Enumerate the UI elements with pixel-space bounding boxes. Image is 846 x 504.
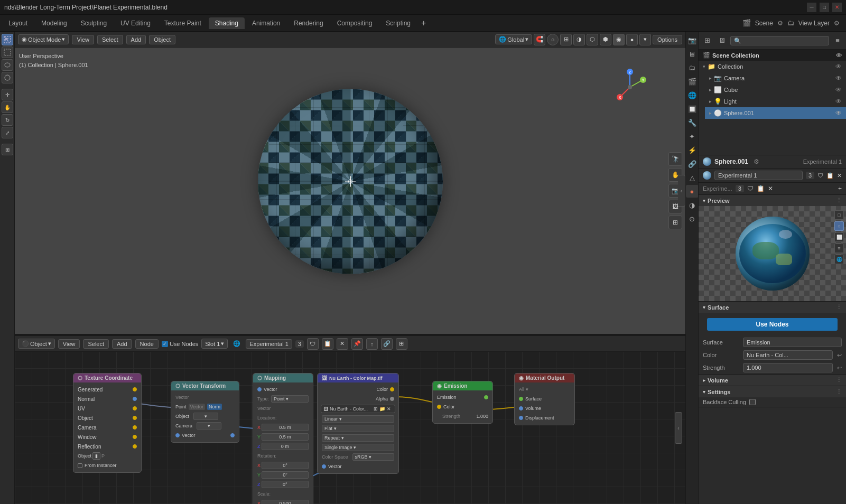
light-eye[interactable]: 👁: [835, 98, 842, 105]
prop-scene-icon[interactable]: 🎬: [686, 75, 699, 88]
image-texture-node[interactable]: 🖼 Nu Earth - Color Map.tif Color Alpha: [317, 373, 399, 474]
outliner-cube[interactable]: ▸ ⬜ Cube 👁: [705, 84, 846, 96]
object-menu[interactable]: Object: [149, 35, 175, 44]
use-nodes-button[interactable]: Use Nodes: [707, 318, 838, 331]
color-value[interactable]: Nu Earth - Col...: [743, 350, 833, 360]
toolbar-cursor[interactable]: ✛: [2, 89, 13, 100]
object-mode-dropdown[interactable]: ◉ Object Mode ▾: [18, 34, 69, 44]
it-img-btn3[interactable]: ✕: [387, 406, 391, 412]
toolbar-scale[interactable]: ⤢: [2, 127, 13, 138]
mapping-node[interactable]: ⬡ Mapping Vector Type: Point ▾: [253, 373, 313, 504]
toolbar-transform[interactable]: ⊞: [2, 144, 13, 155]
material-copy-icon[interactable]: 📋: [826, 172, 834, 179]
panel-display-icon[interactable]: 🖥: [715, 34, 728, 47]
texture-coordinate-node[interactable]: ⬡ Texture Coordinate Generated Normal: [73, 373, 142, 473]
viewport-gizmo[interactable]: Z Y X: [611, 69, 654, 111]
prop-view-layer-icon[interactable]: 🗂: [686, 61, 699, 74]
node-pin-icon[interactable]: 📌: [351, 338, 363, 350]
toolbar-move[interactable]: ✋: [2, 101, 13, 113]
node-up-icon[interactable]: ↑: [366, 338, 378, 350]
collection-eye[interactable]: 👁: [835, 63, 842, 70]
material-unlink-icon[interactable]: ✕: [837, 172, 842, 179]
node-view-menu[interactable]: View: [58, 339, 80, 349]
tab-shading[interactable]: Shading: [209, 17, 245, 29]
strength-reset-icon[interactable]: ↩: [837, 365, 842, 371]
tab-animation[interactable]: Animation: [246, 17, 286, 29]
toolbar-select-box[interactable]: [2, 34, 13, 45]
outliner-collection[interactable]: ▾ 📁 Collection 👁: [699, 61, 846, 72]
shading-render[interactable]: ●: [626, 34, 638, 45]
volume-header[interactable]: ▸ Volume ⋮: [699, 375, 846, 386]
mat-del[interactable]: ✕: [768, 185, 773, 192]
node-add-menu[interactable]: Add: [112, 339, 132, 349]
material-name-dropdown[interactable]: Experimental 1: [714, 171, 803, 180]
toolbar-lasso[interactable]: [2, 59, 13, 71]
node-link-icon[interactable]: 🔗: [381, 338, 393, 350]
add-workspace-button[interactable]: +: [418, 18, 429, 28]
viewport-canvas[interactable]: User Perspective (1) Collection | Sphere…: [15, 48, 685, 334]
overlay-btn[interactable]: ◑: [573, 34, 585, 45]
cube-eye[interactable]: 👁: [835, 86, 842, 94]
vector-transform-node[interactable]: ⬡ Vector Transform Vector Point Vector N…: [171, 381, 239, 443]
preview-sphere-btn[interactable]: ○: [834, 221, 844, 231]
prop-object-data-icon[interactable]: ⊙: [686, 212, 699, 225]
view-menu[interactable]: View: [72, 35, 94, 44]
slot-dropdown[interactable]: Slot 1 ▾: [201, 339, 228, 349]
node-canvas[interactable]: ⬡ Texture Coordinate Generated Normal: [15, 352, 685, 504]
use-nodes-checkbox[interactable]: ✓ Use Nodes: [162, 341, 198, 347]
vp-tool-grid[interactable]: ⊞: [668, 216, 682, 229]
prop-world-icon[interactable]: 🌐: [686, 89, 699, 101]
panel-mode-icon[interactable]: ⊞: [701, 34, 713, 47]
emission-node[interactable]: ◉ Emission Emission Color Str: [432, 381, 493, 424]
preview-world-btn[interactable]: 🌐: [834, 255, 844, 264]
toolbar-rotate[interactable]: ↻: [2, 114, 13, 126]
prop-output-icon[interactable]: 🖥: [686, 48, 699, 60]
prop-material-icon[interactable]: ●: [686, 185, 699, 198]
node-type-dropdown[interactable]: ⚫ Object ▾: [18, 339, 55, 349]
node-layout-icon[interactable]: ⊞: [396, 338, 407, 350]
mat-copy[interactable]: 📋: [757, 185, 765, 192]
close-button[interactable]: ✕: [832, 3, 842, 12]
node-copy-icon[interactable]: 📋: [322, 338, 333, 350]
panel-search-input[interactable]: [730, 36, 829, 45]
preview-cylinder-btn[interactable]: ⬜: [834, 232, 844, 242]
it-img-btn1[interactable]: ⊞: [374, 406, 378, 412]
shading-options[interactable]: ▾: [639, 34, 651, 45]
tab-layout[interactable]: Layout: [2, 17, 34, 29]
material-preview[interactable]: □ ○ ⬜ ≡ 🌐: [699, 206, 846, 301]
snap-btn[interactable]: 🧲: [534, 34, 545, 45]
material-output-node[interactable]: ◉ Material Output All ▾ Surface: [514, 373, 575, 425]
options-menu[interactable]: Options: [653, 35, 682, 44]
tab-compositing[interactable]: Compositing: [331, 17, 379, 29]
prop-modifier-icon[interactable]: 🔧: [686, 116, 699, 129]
material-dropdown[interactable]: Experimental 1: [246, 339, 292, 349]
outliner-light[interactable]: ▸ 💡 Light 👁: [705, 96, 846, 107]
node-select-menu[interactable]: Select: [83, 339, 109, 349]
panel-filter-icon[interactable]: ≡: [831, 34, 844, 47]
prop-physics-icon[interactable]: ⚡: [686, 144, 699, 156]
outliner-camera[interactable]: ▸ 📷 Camera 👁: [705, 72, 846, 84]
shading-look[interactable]: ◉: [613, 34, 625, 45]
tab-scripting[interactable]: Scripting: [379, 17, 417, 29]
add-menu[interactable]: Add: [126, 35, 146, 44]
node-node-menu[interactable]: Node: [135, 339, 159, 349]
proportional-btn[interactable]: ○: [547, 34, 559, 45]
prop-shading-icon[interactable]: ◑: [686, 199, 699, 211]
it-img-btn2[interactable]: 📁: [379, 406, 385, 412]
transform-dropdown[interactable]: 🌐 Global ▾: [495, 34, 532, 44]
tab-uv-editing[interactable]: UV Editing: [114, 17, 157, 29]
node-shield-icon[interactable]: 🛡: [307, 338, 319, 350]
surface-header[interactable]: ▾ Surface ⋮: [699, 302, 846, 313]
color-reset-icon[interactable]: ↩: [837, 352, 842, 359]
use-nodes-check[interactable]: ✓: [162, 341, 168, 347]
prop-particles-icon[interactable]: ✦: [686, 130, 699, 143]
prop-data-icon[interactable]: △: [686, 171, 699, 184]
camera-eye[interactable]: 👁: [835, 74, 842, 82]
sphere-eye[interactable]: 👁: [835, 109, 842, 117]
shading-solid[interactable]: ⬢: [600, 34, 611, 45]
maximize-button[interactable]: □: [820, 3, 829, 12]
preview-flat-btn[interactable]: □: [834, 210, 844, 220]
tab-rendering[interactable]: Rendering: [287, 17, 329, 29]
outliner-sphere[interactable]: ▸ ⚪ Sphere.001 👁: [705, 107, 846, 119]
tab-texture-paint[interactable]: Texture Paint: [158, 17, 208, 29]
